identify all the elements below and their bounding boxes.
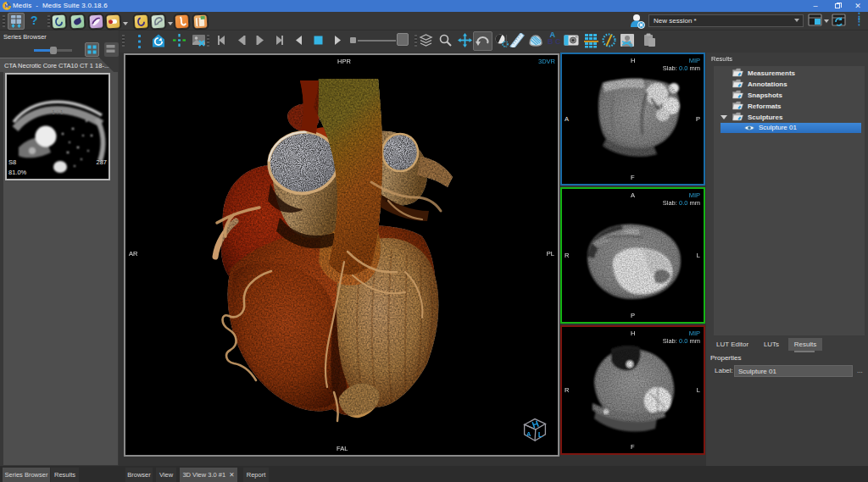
svg-text:81.0%: 81.0% xyxy=(8,169,27,176)
svg-text:A: A xyxy=(526,430,531,438)
svg-text:S8: S8 xyxy=(8,158,16,166)
svg-text:M: M xyxy=(5,3,9,8)
svg-text:287: 287 xyxy=(96,158,107,166)
svg-text:1 : 1: 1 : 1 xyxy=(52,109,64,115)
svg-text:L: L xyxy=(538,430,543,439)
